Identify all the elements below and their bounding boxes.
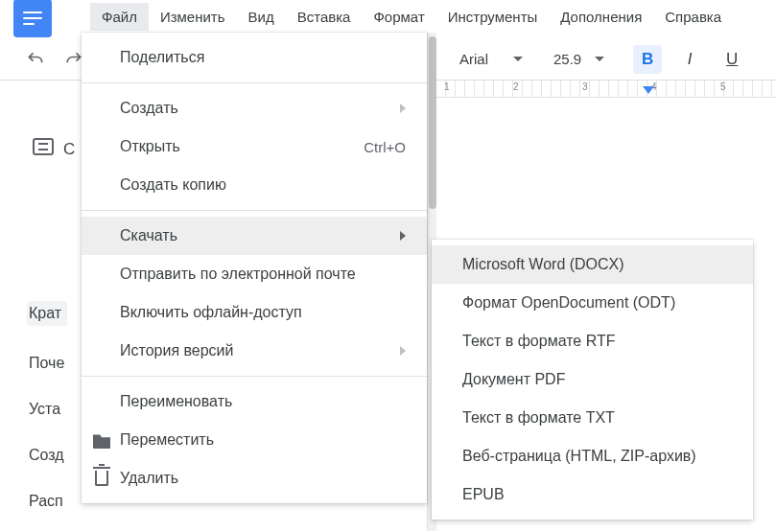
submenu-item-label: Документ PDF xyxy=(462,371,565,388)
outline-item[interactable]: Созд xyxy=(29,447,67,464)
menu-item-label: Переименовать xyxy=(120,393,232,410)
menu-separator xyxy=(82,210,427,211)
ruler-tick-label: 2 xyxy=(513,81,519,92)
submenu-item-txt[interactable]: Текст в формате TXT xyxy=(432,399,753,437)
horizontal-ruler[interactable]: 1 2 3 4 5 xyxy=(436,81,776,98)
menu-item-offline[interactable]: Включить офлайн-доступ xyxy=(82,293,427,332)
menu-item-label: Создать xyxy=(120,100,178,117)
outline-item[interactable]: Уста xyxy=(29,401,67,418)
submenu-arrow-icon xyxy=(400,231,406,241)
menu-item-email[interactable]: Отправить по электронной почте xyxy=(82,255,427,293)
submenu-arrow-icon xyxy=(400,104,406,113)
menu-insert[interactable]: Вставка xyxy=(286,3,363,31)
submenu-item-label: Веб-страница (HTML, ZIP-архив) xyxy=(462,448,696,465)
ruler-tick-label: 3 xyxy=(582,81,588,92)
underline-button[interactable]: U xyxy=(717,45,746,74)
submenu-item-epub[interactable]: EPUB xyxy=(432,475,753,514)
submenu-item-html[interactable]: Веб-страница (HTML, ZIP-архив) xyxy=(432,437,753,475)
menu-edit[interactable]: Изменить xyxy=(149,3,237,31)
undo-icon xyxy=(26,50,45,69)
indent-marker-icon[interactable] xyxy=(643,86,654,94)
outline-header-char: С xyxy=(63,140,75,159)
menu-item-rename[interactable]: Переименовать xyxy=(82,382,427,421)
submenu-item-label: Формат OpenDocument (ODT) xyxy=(462,294,675,312)
menu-item-label: Открыть xyxy=(120,138,180,155)
menu-item-open[interactable]: ОткрытьCtrl+O xyxy=(82,127,427,166)
menu-item-label: Скачать xyxy=(120,227,177,244)
menu-help[interactable]: Справка xyxy=(653,3,733,31)
menu-item-move[interactable]: Переместить xyxy=(82,421,427,459)
menu-separator xyxy=(82,376,427,377)
menu-format[interactable]: Формат xyxy=(362,3,435,31)
undo-button[interactable] xyxy=(23,47,48,72)
menubar-items: Файл Изменить Вид Вставка Формат Инструм… xyxy=(90,0,733,33)
submenu-item-rtf[interactable]: Текст в формате RTF xyxy=(432,322,753,360)
ruler-tick-label: 5 xyxy=(720,81,726,92)
outline-item[interactable]: Крат xyxy=(27,301,67,326)
outline-list: Крат Поче Уста Созд Расп Конт Micro xyxy=(29,301,67,532)
menu-file[interactable]: Файл xyxy=(90,3,149,31)
submenu-item-label: Текст в формате TXT xyxy=(462,409,615,427)
outline-sidebar: С Крат Поче Уста Созд Расп Конт Micro xyxy=(0,100,82,532)
menu-item-label: Удалить xyxy=(120,470,178,487)
docs-app-icon[interactable] xyxy=(13,0,52,37)
folder-icon xyxy=(93,431,110,449)
outline-toggle-icon[interactable] xyxy=(33,138,54,155)
menu-item-delete[interactable]: Удалить xyxy=(82,459,427,497)
submenu-arrow-icon xyxy=(400,346,406,356)
menu-separator xyxy=(82,82,427,83)
bold-button[interactable]: B xyxy=(633,45,662,74)
redo-icon xyxy=(64,50,83,69)
menu-view[interactable]: Вид xyxy=(237,3,286,31)
italic-button[interactable]: I xyxy=(675,45,704,74)
download-submenu: Microsoft Word (DOCX) Формат OpenDocumen… xyxy=(432,240,753,520)
menu-item-label: Включить офлайн-доступ xyxy=(120,304,302,321)
outline-item[interactable]: Поче xyxy=(29,355,67,372)
font-family-select[interactable]: Arial xyxy=(459,51,523,67)
text-style-group: B I U xyxy=(633,45,746,74)
menu-item-make-copy[interactable]: Создать копию xyxy=(82,166,427,204)
menu-addons[interactable]: Дополнения xyxy=(549,3,653,31)
submenu-item-label: Microsoft Word (DOCX) xyxy=(462,256,624,273)
ruler-tick-label: 1 xyxy=(444,81,450,92)
menu-item-label: Создать копию xyxy=(120,176,226,194)
menu-tools[interactable]: Инструменты xyxy=(436,3,550,31)
submenu-item-odt[interactable]: Формат OpenDocument (ODT) xyxy=(432,284,753,322)
menubar: Файл Изменить Вид Вставка Формат Инструм… xyxy=(0,0,776,33)
menu-item-label: Переместить xyxy=(120,431,214,449)
menu-item-versions[interactable]: История версий xyxy=(82,332,427,370)
file-menu-dropdown: Поделиться Создать ОткрытьCtrl+O Создать… xyxy=(82,33,427,503)
menu-item-label: Поделиться xyxy=(120,49,204,66)
submenu-item-pdf[interactable]: Документ PDF xyxy=(432,360,753,399)
font-family-value: Arial xyxy=(459,51,488,67)
font-size-value: 25.9 xyxy=(553,51,581,67)
menu-item-label: Отправить по электронной почте xyxy=(120,266,356,283)
menu-item-label: История версий xyxy=(120,342,233,359)
menu-item-shortcut: Ctrl+O xyxy=(364,139,406,155)
font-size-select[interactable]: 25.9 xyxy=(553,51,604,67)
docs-lines-icon xyxy=(23,12,42,25)
chevron-down-icon xyxy=(595,57,604,61)
chevron-down-icon xyxy=(513,57,523,61)
outline-item[interactable]: Расп xyxy=(29,493,67,510)
submenu-item-label: EPUB xyxy=(462,486,505,503)
menu-item-download[interactable]: Скачать xyxy=(82,217,427,255)
submenu-item-docx[interactable]: Microsoft Word (DOCX) xyxy=(432,245,753,284)
menu-item-share[interactable]: Поделиться xyxy=(82,38,427,77)
menu-item-create[interactable]: Создать xyxy=(82,89,427,127)
trash-icon xyxy=(95,471,108,486)
submenu-item-label: Текст в формате RTF xyxy=(462,333,615,350)
scrollbar-thumb[interactable] xyxy=(429,36,436,209)
